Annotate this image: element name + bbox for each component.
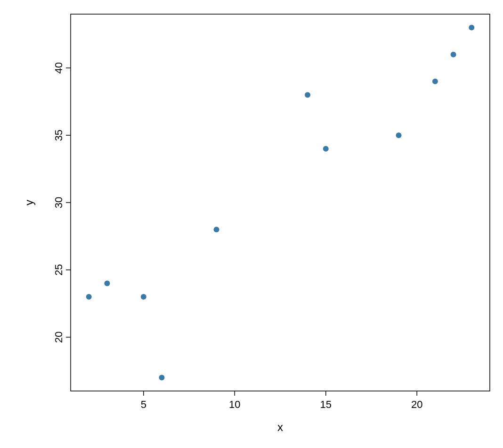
chart-svg: 51015202025303540xy xyxy=(0,0,503,448)
y-tick-label: 35 xyxy=(53,130,65,141)
x-tick-label: 15 xyxy=(320,399,331,410)
data-point xyxy=(86,294,92,300)
data-point xyxy=(214,227,219,232)
x-tick-label: 5 xyxy=(141,399,146,410)
y-tick-label: 30 xyxy=(53,197,65,208)
scatter-chart: 51015202025303540xy xyxy=(0,0,503,448)
data-point xyxy=(451,52,456,57)
plot-border xyxy=(71,14,490,391)
y-tick-label: 40 xyxy=(53,62,65,73)
data-point xyxy=(159,375,164,380)
y-axis-label: y xyxy=(23,200,35,205)
x-tick-label: 10 xyxy=(229,399,240,410)
data-point xyxy=(469,25,474,31)
data-point xyxy=(323,146,329,152)
data-point xyxy=(432,79,438,84)
data-point xyxy=(396,132,402,138)
data-point xyxy=(141,294,146,300)
y-tick-label: 20 xyxy=(53,331,65,342)
x-tick-label: 20 xyxy=(411,399,422,410)
data-point xyxy=(305,92,310,98)
data-point xyxy=(104,280,110,286)
y-tick-label: 25 xyxy=(53,264,65,276)
x-axis-label: x xyxy=(277,421,283,433)
